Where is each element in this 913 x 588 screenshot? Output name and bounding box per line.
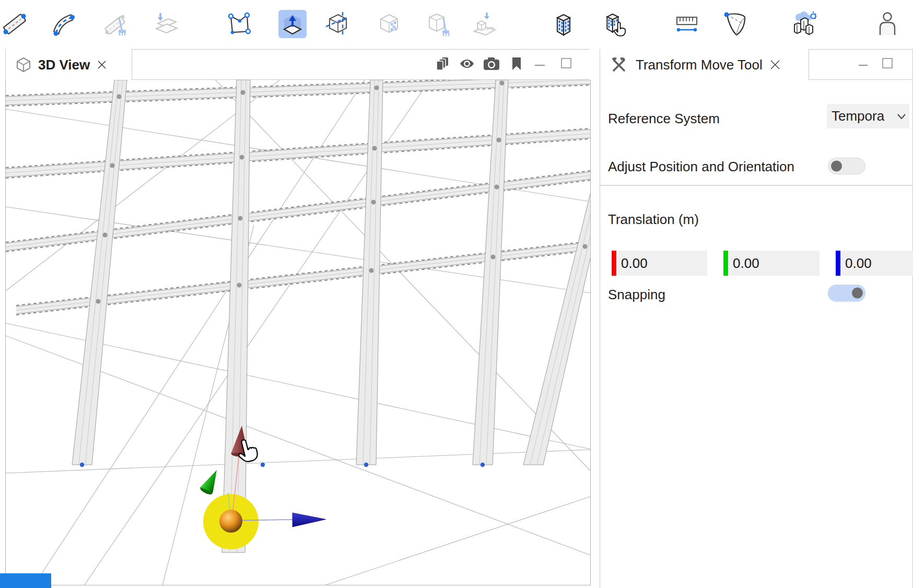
viewshed-button[interactable]	[721, 10, 750, 38]
gizmo-center-handle[interactable]	[219, 510, 242, 533]
road-straight-icon	[1, 10, 28, 38]
snapshot-button[interactable]	[483, 57, 500, 73]
extrude-button[interactable]	[278, 10, 307, 38]
section-divider	[600, 185, 913, 186]
tool-minimize-button[interactable]	[859, 65, 868, 66]
adjust-position-label: Adjust Position and Orientation	[608, 159, 794, 175]
snapping-toggle[interactable]	[828, 285, 865, 301]
viewshed-icon	[722, 10, 749, 38]
hammer-wrench-icon	[610, 56, 627, 74]
road-drape-button[interactable]	[152, 10, 180, 38]
slice-button[interactable]	[324, 10, 352, 38]
taskbar-corner	[0, 573, 51, 588]
measure-button[interactable]	[673, 10, 701, 38]
x-axis-color-bar	[612, 251, 616, 276]
translation-x-field[interactable]: 0.00	[612, 251, 707, 276]
shape-cleanup-button[interactable]	[425, 10, 453, 38]
road-straight-button[interactable]	[1, 10, 29, 38]
measure-icon	[673, 10, 700, 38]
bookmark-icon	[511, 57, 522, 70]
road-cleanup-button[interactable]	[102, 10, 131, 38]
reference-system-dropdown[interactable]: Tempora	[827, 104, 909, 128]
extrude-icon	[279, 10, 306, 38]
shape-drape-icon	[471, 10, 498, 38]
gizmo-axis-right-handle[interactable]	[292, 513, 326, 527]
road-curved-button[interactable]	[50, 10, 78, 38]
texture-icon	[376, 10, 403, 38]
building-generate-icon	[550, 10, 577, 38]
visibility-button[interactable]	[459, 57, 475, 72]
polygon-draw-icon	[227, 10, 254, 38]
city-environment-button[interactable]	[790, 10, 818, 38]
view-minimize-button[interactable]	[535, 65, 545, 66]
slice-icon	[324, 10, 352, 38]
road-cleanup-icon	[103, 10, 130, 38]
translation-y-value: 0.00	[733, 255, 759, 272]
y-axis-color-bar	[723, 251, 728, 276]
reference-system-value: Tempora	[832, 108, 897, 124]
building-pick-icon	[600, 10, 627, 38]
adjust-position-toggle[interactable]	[828, 158, 865, 174]
tool-maximize-button[interactable]	[882, 58, 893, 68]
eye-icon	[459, 57, 475, 70]
z-axis-color-bar	[836, 251, 840, 276]
building-pick-button[interactable]	[599, 10, 627, 38]
road-drape-icon	[153, 10, 180, 38]
reference-system-label: Reference System	[608, 111, 720, 127]
texture-button[interactable]	[375, 10, 403, 38]
bookmark-button[interactable]	[511, 57, 522, 73]
tab-3d-view[interactable]: 3D View	[6, 49, 132, 80]
view-tab-close-button[interactable]	[96, 59, 108, 70]
app-window: 3D View	[0, 0, 913, 588]
polygon-draw-button[interactable]	[226, 10, 254, 38]
person-view-icon	[874, 10, 901, 38]
camera-icon	[483, 57, 500, 70]
road-endpoint-dots	[80, 463, 485, 467]
tool-tab-title: Transform Move Tool	[636, 57, 763, 73]
viewport-scene	[6, 80, 590, 585]
chevron-down-icon	[897, 113, 906, 120]
view-maximize-button[interactable]	[561, 58, 571, 68]
translation-z-field[interactable]: 0.00	[836, 251, 913, 276]
close-icon	[769, 58, 781, 71]
shape-drape-button[interactable]	[471, 10, 499, 38]
tool-panel-header: Transform Move Tool	[600, 49, 913, 80]
shape-cleanup-icon	[425, 10, 452, 38]
person-view-button[interactable]	[873, 10, 902, 38]
translation-label: Translation (m)	[608, 211, 699, 228]
translation-z-value: 0.00	[845, 255, 872, 272]
snapping-label: Snapping	[608, 287, 665, 303]
city-environment-icon	[790, 10, 817, 38]
tab-transform-move-tool[interactable]: Transform Move Tool	[600, 49, 809, 80]
translation-x-value: 0.00	[621, 255, 648, 272]
gizmo-axis-left-handle[interactable]	[199, 467, 223, 496]
toggle-knob	[831, 161, 842, 172]
tool-panel-body: Reference System Tempora Adjust Position…	[600, 80, 913, 588]
layers-button[interactable]	[435, 56, 450, 73]
view-panel-header: 3D View	[5, 49, 590, 80]
layers-icon	[435, 56, 450, 71]
building-generate-button[interactable]	[549, 10, 578, 38]
tool-tab-close-button[interactable]	[769, 58, 781, 71]
cube-icon	[15, 56, 32, 73]
toggle-knob	[852, 288, 863, 299]
view-tab-title: 3D View	[38, 57, 90, 73]
road-curved-icon	[51, 10, 78, 38]
main-toolbar	[0, 0, 913, 49]
transform-gizmo[interactable]	[199, 426, 326, 549]
viewport-3d[interactable]	[5, 80, 591, 585]
translation-y-field[interactable]: 0.00	[723, 251, 820, 276]
close-icon	[96, 59, 108, 70]
